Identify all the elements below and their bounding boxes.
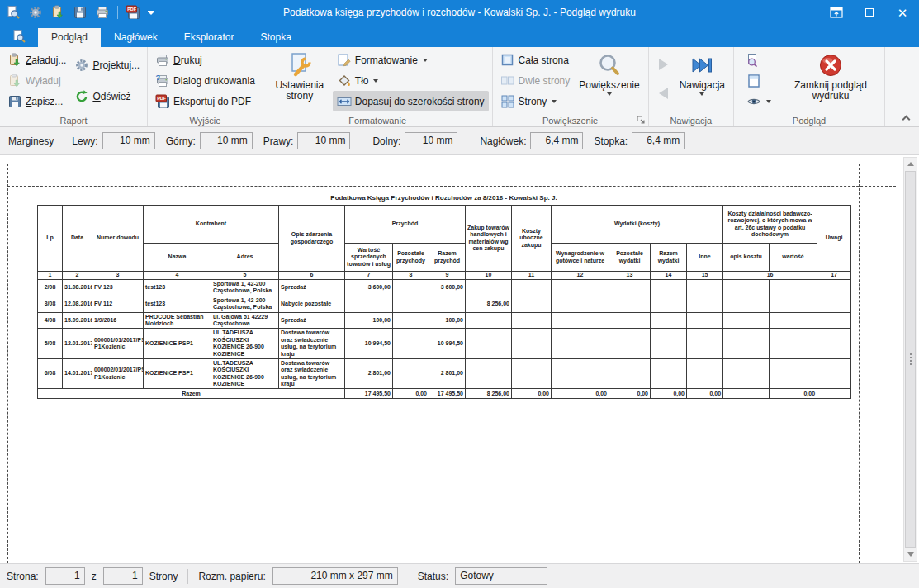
- current-page-field[interactable]: 1: [45, 567, 85, 585]
- scrollbar-thumb[interactable]: [905, 171, 916, 548]
- next-page-icon[interactable]: [659, 59, 668, 70]
- group-label-powiekszenie: Powiększenie: [493, 116, 648, 126]
- quick-access-toolbar: [0, 5, 154, 20]
- settings-gear-icon[interactable]: [28, 5, 43, 20]
- load-button-label: Załaduj...: [26, 55, 66, 66]
- page-view-button[interactable]: [742, 70, 775, 91]
- watermark-button[interactable]: [742, 91, 775, 111]
- design-button[interactable]: Projektuj...: [70, 55, 144, 76]
- tab-podglad[interactable]: Podgląd: [38, 28, 101, 47]
- refresh-button-label: Odśwież: [92, 91, 130, 102]
- margin-left-input[interactable]: 10 mm: [102, 132, 155, 149]
- collapse-ribbon-button[interactable]: [903, 116, 909, 122]
- table-cell: [512, 280, 552, 296]
- total-pages-field[interactable]: 1: [103, 567, 143, 585]
- header-cell: Wartość sprzedanych towarów i usług: [345, 244, 393, 272]
- group-label-raport: Raport: [0, 116, 147, 126]
- zoom-button[interactable]: Powiększenie: [574, 50, 644, 96]
- table-cell: Sprzedaż: [279, 280, 345, 296]
- whole-page-button[interactable]: Cała strona: [496, 50, 575, 70]
- vertical-scrollbar[interactable]: [903, 157, 917, 562]
- close-preview-label: Zamknij podgląd wydruku: [785, 80, 876, 102]
- background-button[interactable]: Tło: [333, 70, 489, 91]
- tab-stopka[interactable]: Stopka: [247, 28, 304, 47]
- unload-button[interactable]: Wyładuj: [3, 70, 70, 91]
- header-cell: Przychód: [345, 206, 466, 244]
- tab-naglowek[interactable]: Nagłówek: [101, 28, 171, 47]
- margins-toolbar: Marginesy Lewy:10 mm Górny:10 mm Prawy:1…: [0, 127, 919, 155]
- group-label-wyjscie: Wyjście: [148, 116, 263, 126]
- previous-page-icon[interactable]: [659, 88, 668, 99]
- save-button-label: Zapisz...: [26, 96, 63, 107]
- table-cell: 15.09.2016: [63, 312, 92, 329]
- navigation-button[interactable]: Nawigacja: [675, 50, 730, 96]
- export-pdf-button[interactable]: Eksportuj do PDF: [151, 91, 259, 111]
- zoom-page-button[interactable]: [742, 50, 775, 70]
- header-cell: Kontrahent: [144, 206, 279, 244]
- table-cell: [817, 358, 851, 389]
- table-cell: [466, 329, 512, 359]
- page-setup-button[interactable]: Ustawienia strony: [267, 50, 333, 102]
- save-icon[interactable]: [73, 5, 88, 20]
- table-cell: 5/08: [38, 329, 63, 359]
- table-cell: 100,00: [345, 312, 393, 329]
- table-row: 5/0812.01.2017000001/01/2017/PS P1Kozien…: [38, 329, 851, 359]
- unload-button-label: Wyładuj: [26, 75, 61, 87]
- page-edge-guide-left: [7, 164, 8, 563]
- column-number: 4: [144, 272, 211, 280]
- header-cell: Numer dowodu: [92, 206, 144, 272]
- header-cell: opis kosztu: [723, 244, 770, 272]
- two-pages-button[interactable]: Dwie strony: [496, 70, 575, 91]
- table-cell: 12.01.2017: [63, 329, 92, 359]
- page-setup-label: Ustawienia strony: [272, 80, 328, 102]
- statusbar: Strona: 1 z 1 Strony Rozm. papieru: 210 …: [0, 563, 919, 588]
- table-row: 3/0812.08.2016FV 112test123Sportowa 1, 4…: [38, 296, 851, 312]
- print-preview-area[interactable]: Podatkowa Księga Przychodów i Rozchodów …: [0, 155, 919, 563]
- export-pdf-icon[interactable]: [126, 5, 140, 20]
- table-cell: [651, 280, 687, 296]
- maximize-button[interactable]: [853, 0, 886, 25]
- scroll-down-button[interactable]: [904, 548, 917, 561]
- table-cell: 2/08: [38, 280, 63, 296]
- header-cell: Wydatki (koszty): [552, 206, 723, 244]
- print-dialog-label: Dialog drukowania: [173, 75, 255, 87]
- table-cell: [723, 358, 770, 389]
- refresh-button[interactable]: Odśwież: [70, 87, 144, 107]
- column-number: 1: [38, 272, 63, 280]
- table-cell: FV 112: [92, 296, 144, 312]
- close-preview-button[interactable]: Zamknij podgląd wydruku: [780, 50, 881, 102]
- margin-bottom-input[interactable]: 10 mm: [405, 132, 457, 149]
- toolbar-customize-dropdown-icon[interactable]: [148, 11, 154, 15]
- table-footer-cell: 0,00: [687, 389, 723, 399]
- load-button[interactable]: Załaduj...: [3, 50, 70, 70]
- load-report-icon[interactable]: [50, 5, 65, 20]
- table-cell: [817, 312, 851, 329]
- app-menu-button[interactable]: [0, 25, 38, 47]
- table-cell: 100,00: [429, 312, 466, 329]
- margin-top-input[interactable]: 10 mm: [200, 132, 253, 149]
- print-button[interactable]: Drukuj: [151, 50, 259, 70]
- preview-icon[interactable]: [6, 5, 21, 20]
- print-dialog-button[interactable]: Dialog drukowania: [151, 70, 259, 91]
- margin-header-input[interactable]: 6,4 mm: [530, 132, 583, 149]
- table-cell: [770, 312, 817, 329]
- formatting-button[interactable]: Formatowanie: [333, 50, 489, 70]
- dialog-launcher-icon[interactable]: [636, 115, 646, 125]
- print-icon[interactable]: [95, 5, 110, 20]
- save-button[interactable]: Zapisz...: [3, 91, 70, 111]
- fullscreen-button[interactable]: [820, 0, 853, 25]
- table-cell: [687, 280, 723, 296]
- scroll-up-button[interactable]: [904, 158, 917, 170]
- fit-width-button[interactable]: Dopasuj do szerokości strony: [333, 91, 489, 111]
- table-cell: [512, 358, 552, 389]
- margin-footer-label: Stopka:: [594, 135, 628, 147]
- close-button[interactable]: ✕: [886, 0, 919, 25]
- pages-grid-icon: [500, 94, 515, 109]
- margin-footer-input[interactable]: 6,4 mm: [632, 132, 685, 149]
- margin-right-input[interactable]: 10 mm: [297, 132, 350, 149]
- status-label: Status:: [418, 571, 448, 582]
- tab-eksplorator[interactable]: Eksplorator: [171, 28, 248, 47]
- pages-button[interactable]: Strony: [496, 91, 575, 111]
- table-cell: 12.08.2016: [63, 296, 92, 312]
- table-cell: [770, 329, 817, 359]
